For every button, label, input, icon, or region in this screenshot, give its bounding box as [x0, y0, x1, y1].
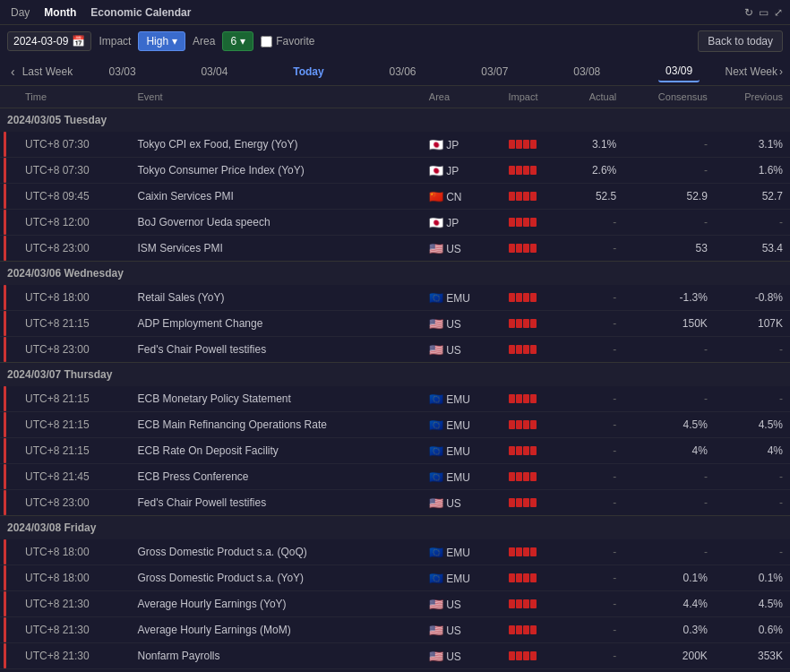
area-code: JP: [446, 139, 459, 151]
toolbar: 2024-03-09 📅 Impact High ▾ Area 6 ▾ Favo…: [0, 25, 790, 57]
actual-value: -: [564, 337, 624, 363]
impact-cell: [502, 490, 564, 516]
event-time: UTC+8 23:00: [18, 236, 130, 262]
flag-icon: 🇪🇺: [429, 572, 443, 585]
table-row[interactable]: UTC+8 07:30Tokyo CPI ex Food, Energy (Yo…: [0, 132, 790, 158]
table-row[interactable]: UTC+8 21:15ECB Monetary Policy Statement…: [0, 386, 790, 412]
event-name: Retail Sales (YoY): [130, 285, 421, 311]
previous-value: -: [715, 386, 790, 412]
impact-bars: [509, 651, 557, 660]
th-area: Area: [422, 86, 502, 108]
flag-icon: 🇪🇺: [429, 444, 443, 458]
event-name: ADP Employment Change: [130, 311, 421, 337]
impact-bars: [509, 293, 557, 302]
previous-value: -: [715, 337, 790, 363]
section-header: 2024/03/08 Friday: [0, 516, 790, 540]
day-0307[interactable]: 03/07: [474, 62, 515, 82]
day-0308[interactable]: 03/08: [566, 62, 607, 82]
impact-bars: [509, 573, 557, 582]
tab-day[interactable]: Day: [7, 4, 33, 21]
actual-value: -: [564, 591, 624, 617]
impact-cell: [502, 539, 564, 565]
table-row[interactable]: UTC+8 18:00Gross Domestic Product s.a. (…: [0, 539, 790, 565]
table-row[interactable]: UTC+8 23:00Fed's Chair Powell testifies🇺…: [0, 490, 790, 516]
area-code: EMU: [446, 471, 470, 484]
area-dropdown[interactable]: 6 ▾: [222, 31, 253, 51]
previous-value: 53.4: [715, 236, 790, 262]
event-time: UTC+8 21:45: [18, 464, 130, 490]
actual-value: -: [564, 438, 624, 464]
event-name: Fed's Chair Powell testifies: [130, 490, 421, 516]
page-title: Economic Calendar: [87, 4, 194, 21]
actual-value: -: [564, 412, 624, 438]
day-0306[interactable]: 03/06: [382, 62, 424, 82]
th-indicator: [0, 86, 18, 108]
row-indicator: [0, 591, 18, 617]
area-code: US: [446, 318, 461, 331]
impact-cell: [502, 337, 564, 363]
impact-bars: [509, 599, 557, 608]
th-event: Event: [130, 86, 421, 108]
day-0304[interactable]: 03/04: [193, 62, 235, 82]
next-arrow[interactable]: ›: [779, 65, 783, 78]
actual-value: -: [564, 565, 624, 591]
impact-bars: [509, 547, 557, 556]
table-row[interactable]: UTC+8 18:00Gross Domestic Product s.a. (…: [0, 565, 790, 591]
table-row[interactable]: UTC+8 12:00BoJ Governor Ueda speech🇯🇵 JP…: [0, 210, 790, 236]
area-code: EMU: [446, 419, 470, 432]
table-row[interactable]: UTC+8 23:00Fed's Chair Powell testifies🇺…: [0, 337, 790, 363]
impact-cell: [502, 565, 564, 591]
table-row[interactable]: UTC+8 21:15ECB Rate On Deposit Facility🇪…: [0, 438, 790, 464]
date-input[interactable]: 2024-03-09 📅: [7, 31, 91, 51]
flag-icon: 🇪🇺: [429, 291, 443, 305]
next-week-label[interactable]: Next Week ›: [726, 65, 783, 78]
tab-month[interactable]: Month: [40, 4, 80, 21]
actual-value: -: [564, 617, 624, 643]
table-row[interactable]: UTC+8 21:30Nonfarm Payrolls🇺🇸 US-200K353…: [0, 643, 790, 669]
minimize-icon[interactable]: ▭: [759, 6, 769, 19]
table-row[interactable]: UTC+8 07:30Tokyo Consumer Price Index (Y…: [0, 158, 790, 184]
last-week-label[interactable]: Last Week: [19, 65, 76, 78]
previous-value: 52.7: [715, 184, 790, 210]
event-name: BoJ Governor Ueda speech: [130, 210, 421, 236]
table-row[interactable]: UTC+8 21:15ECB Main Refinancing Operatio…: [0, 412, 790, 438]
day-today[interactable]: Today: [286, 62, 331, 82]
event-name: Fed's Chair Powell testifies: [130, 337, 421, 363]
table-row[interactable]: UTC+8 21:15ADP Employment Change🇺🇸 US-15…: [0, 311, 790, 337]
table-row[interactable]: UTC+8 23:00ISM Services PMI🇺🇸 US-5353.4: [0, 236, 790, 262]
flag-icon: 🇺🇸: [429, 242, 443, 255]
favorite-checkbox[interactable]: [261, 36, 272, 47]
table-row[interactable]: UTC+8 21:30Average Hourly Earnings (MoM)…: [0, 617, 790, 643]
impact-bars: [509, 218, 557, 227]
refresh-icon[interactable]: ↻: [744, 6, 753, 19]
area-code: US: [446, 243, 461, 255]
impact-cell: [502, 285, 564, 311]
impact-dropdown[interactable]: High ▾: [138, 31, 185, 51]
consensus-value: 0.3%: [623, 617, 715, 643]
table-row[interactable]: UTC+8 21:45ECB Press Conference🇪🇺 EMU---: [0, 464, 790, 490]
expand-icon[interactable]: ⤢: [774, 6, 783, 19]
top-nav: Day Month Economic Calendar ↻ ▭ ⤢: [0, 0, 790, 25]
impact-bars: [509, 625, 557, 634]
flag-icon: 🇺🇸: [429, 343, 443, 357]
back-to-today-button[interactable]: Back to today: [698, 30, 783, 52]
event-time: UTC+8 21:15: [18, 386, 130, 412]
area-code: JP: [446, 165, 459, 177]
prev-arrow[interactable]: ‹: [7, 65, 19, 79]
event-name: Average Hourly Earnings (MoM): [130, 617, 421, 643]
impact-bars: [509, 472, 557, 481]
event-time: UTC+8 18:00: [18, 539, 130, 565]
flag-icon: 🇯🇵: [429, 216, 443, 229]
table-row[interactable]: UTC+8 09:45Caixin Services PMI🇨🇳 CN52.55…: [0, 184, 790, 210]
day-0303[interactable]: 03/03: [102, 62, 143, 82]
event-time: UTC+8 18:00: [18, 285, 130, 311]
flag-icon: 🇯🇵: [429, 138, 443, 151]
row-indicator: [0, 386, 18, 412]
impact-cell: [502, 311, 564, 337]
actual-value: -: [564, 311, 624, 337]
actual-value: -: [564, 539, 624, 565]
day-0309[interactable]: 03/09: [658, 61, 700, 82]
table-row[interactable]: UTC+8 21:30Average Hourly Earnings (YoY)…: [0, 591, 790, 617]
favorite-filter[interactable]: Favorite: [261, 35, 314, 47]
table-row[interactable]: UTC+8 18:00Retail Sales (YoY)🇪🇺 EMU--1.3…: [0, 285, 790, 311]
